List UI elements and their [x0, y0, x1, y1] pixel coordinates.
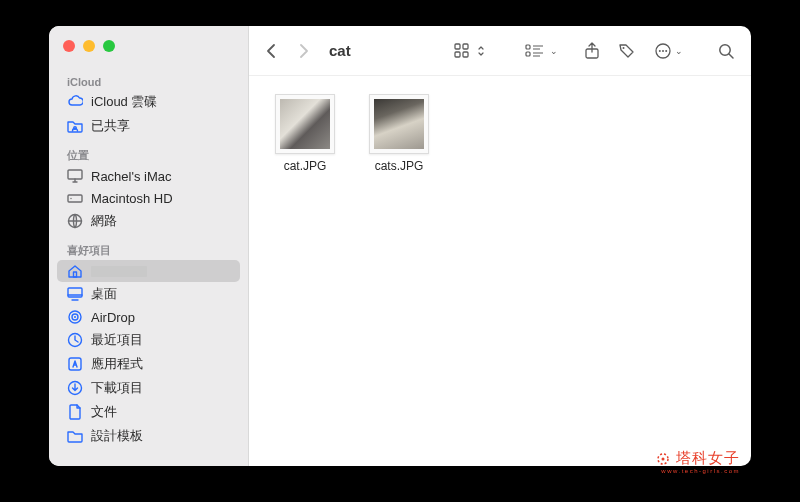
sidebar-item-label: 文件	[91, 403, 117, 421]
svg-point-3	[70, 198, 71, 199]
sidebar-item-label: 下載項目	[91, 379, 143, 397]
svg-rect-17	[463, 52, 468, 57]
svg-point-28	[662, 50, 664, 52]
house-icon	[67, 263, 83, 279]
sidebar-section-header: 喜好項目	[49, 237, 248, 260]
file-item[interactable]: cats.JPG	[361, 94, 437, 173]
sidebar-item-airdrop[interactable]: AirDrop	[49, 306, 248, 328]
watermark-text: 塔科女子	[676, 449, 740, 468]
svg-rect-2	[68, 195, 82, 202]
cloud-icon	[67, 94, 83, 110]
window-controls	[49, 40, 248, 68]
display-icon	[67, 168, 83, 184]
tags-button[interactable]	[614, 39, 640, 63]
action-menu-button[interactable]: ⌄	[650, 39, 687, 63]
view-mode-button[interactable]	[450, 40, 489, 62]
svg-rect-16	[455, 52, 460, 57]
watermark: 塔科女子 www.tech-girls.com	[654, 449, 740, 468]
svg-rect-14	[455, 44, 460, 49]
file-thumbnail	[275, 94, 335, 154]
clock-icon	[67, 332, 83, 348]
sidebar-item-recents[interactable]: 最近項目	[49, 328, 248, 352]
sidebar-item-applications[interactable]: 應用程式	[49, 352, 248, 376]
app-icon	[67, 356, 83, 372]
sidebar-item-downloads[interactable]: 下載項目	[49, 376, 248, 400]
airdrop-icon	[67, 309, 83, 325]
sidebar-item-label: 已共享	[91, 117, 130, 135]
sidebar-item-documents[interactable]: 文件	[49, 400, 248, 424]
svg-rect-12	[69, 358, 81, 370]
svg-rect-15	[463, 44, 468, 49]
svg-point-29	[665, 50, 667, 52]
svg-point-33	[662, 457, 665, 460]
group-by-button[interactable]: ⌄	[521, 40, 562, 62]
folder-title: cat	[329, 42, 351, 59]
search-button[interactable]	[713, 39, 739, 63]
svg-point-27	[659, 50, 661, 52]
minimize-window-button[interactable]	[83, 40, 95, 52]
svg-point-10	[74, 316, 76, 318]
close-window-button[interactable]	[63, 40, 75, 52]
back-button[interactable]	[261, 42, 279, 60]
svg-line-31	[729, 54, 733, 58]
folder-shared-icon	[67, 118, 83, 134]
sidebar-item-label: iCloud 雲碟	[91, 93, 157, 111]
zoom-window-button[interactable]	[103, 40, 115, 52]
watermark-icon	[654, 450, 672, 468]
globe-icon	[67, 213, 83, 229]
sidebar: iCloudiCloud 雲碟已共享位置Rachel's iMacMacinto…	[49, 26, 249, 466]
svg-rect-18	[526, 45, 530, 49]
sidebar-item-label: 網路	[91, 212, 117, 230]
svg-rect-19	[526, 52, 530, 56]
sidebar-section-header: 位置	[49, 142, 248, 165]
file-label: cat.JPG	[284, 159, 327, 173]
svg-point-25	[623, 47, 625, 49]
svg-rect-1	[68, 170, 82, 179]
sidebar-item-shared[interactable]: 已共享	[49, 114, 248, 138]
svg-rect-5	[74, 272, 77, 277]
chevron-updown-icon	[477, 45, 485, 57]
drive-icon	[67, 190, 83, 206]
nav-arrows	[261, 42, 313, 60]
main-pane: cat ⌄ ⌄ cat.JP	[249, 26, 751, 466]
sidebar-section-header: iCloud	[49, 70, 248, 90]
sidebar-nav: iCloudiCloud 雲碟已共享位置Rachel's iMacMacinto…	[49, 68, 248, 448]
sidebar-item-macintosh-hd[interactable]: Macintosh HD	[49, 187, 248, 209]
folder-icon	[67, 428, 83, 444]
watermark-sub: www.tech-girls.com	[661, 468, 740, 474]
doc-icon	[67, 404, 83, 420]
chevron-down-icon: ⌄	[550, 46, 558, 56]
sidebar-item-desktop[interactable]: 桌面	[49, 282, 248, 306]
file-thumbnail	[369, 94, 429, 154]
sidebar-item-label	[91, 266, 147, 277]
sidebar-item-icloud-drive[interactable]: iCloud 雲碟	[49, 90, 248, 114]
sidebar-item-label: 桌面	[91, 285, 117, 303]
sidebar-item-label: Rachel's iMac	[91, 169, 172, 184]
sidebar-item-label: 設計模板	[91, 427, 143, 445]
sidebar-item-label: Macintosh HD	[91, 191, 173, 206]
finder-window: iCloudiCloud 雲碟已共享位置Rachel's iMacMacinto…	[49, 26, 751, 466]
file-item[interactable]: cat.JPG	[267, 94, 343, 173]
forward-button[interactable]	[295, 42, 313, 60]
sidebar-item-home[interactable]	[57, 260, 240, 282]
sidebar-item-network[interactable]: 網路	[49, 209, 248, 233]
share-button[interactable]	[580, 39, 604, 63]
sidebar-item-label: 應用程式	[91, 355, 143, 373]
download-icon	[67, 380, 83, 396]
sidebar-item-label: AirDrop	[91, 310, 135, 325]
desktop-icon	[67, 286, 83, 302]
file-grid[interactable]: cat.JPGcats.JPG	[249, 76, 751, 466]
toolbar: cat ⌄ ⌄	[249, 26, 751, 76]
sidebar-item-templates[interactable]: 設計模板	[49, 424, 248, 448]
chevron-down-icon: ⌄	[675, 46, 683, 56]
sidebar-item-imac[interactable]: Rachel's iMac	[49, 165, 248, 187]
sidebar-item-label: 最近項目	[91, 331, 143, 349]
file-label: cats.JPG	[375, 159, 424, 173]
